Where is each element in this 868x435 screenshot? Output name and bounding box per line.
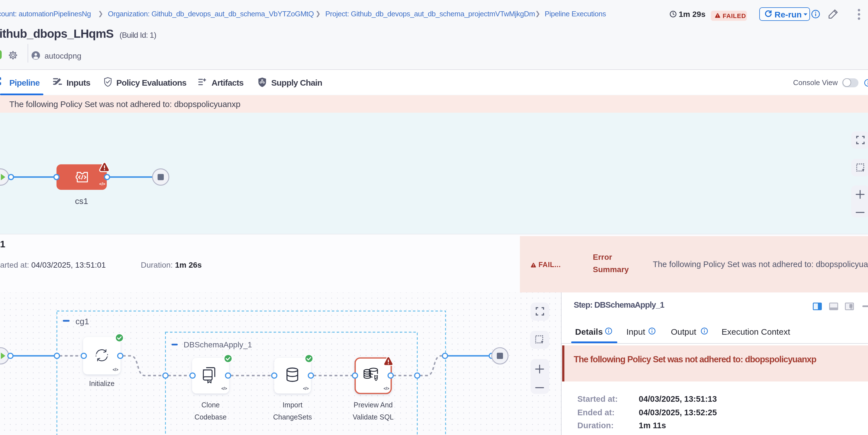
svg-text:cg1: cg1: [75, 317, 89, 326]
svg-text:Preview And: Preview And: [354, 401, 393, 409]
svg-text:</>: </>: [113, 367, 118, 372]
svg-text:</>: </>: [303, 386, 309, 391]
svg-text:ChangeSets: ChangeSets: [273, 413, 312, 421]
svg-text:Initialize: Initialize: [89, 379, 114, 387]
svg-text:cs1: cs1: [75, 196, 88, 206]
svg-text:</>: </>: [383, 386, 389, 391]
svg-text:DBSchemaApply_1: DBSchemaApply_1: [184, 340, 252, 349]
svg-text:</>: </>: [221, 386, 227, 391]
svg-text:Import: Import: [282, 401, 303, 409]
svg-text:Clone: Clone: [202, 401, 220, 409]
svg-text:</>: </>: [99, 181, 105, 186]
svg-text:Validate SQL: Validate SQL: [352, 413, 394, 421]
svg-text:Codebase: Codebase: [195, 413, 227, 421]
